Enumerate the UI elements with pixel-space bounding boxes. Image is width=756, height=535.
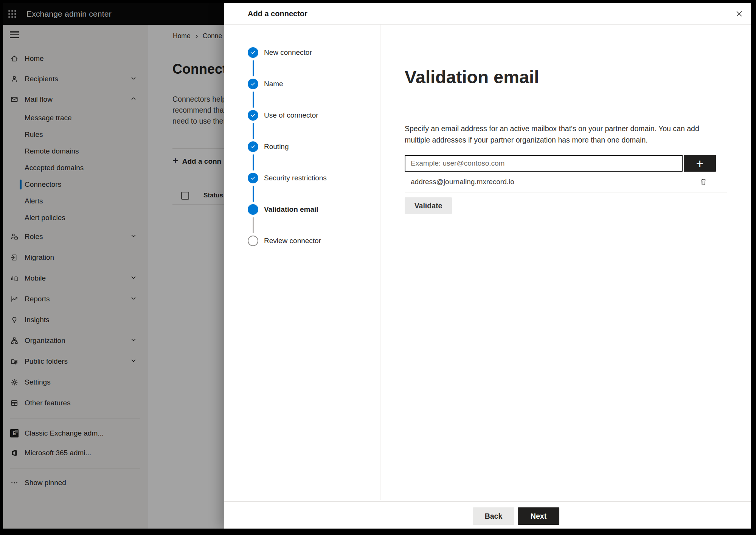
check-icon	[250, 112, 256, 118]
check-icon	[250, 144, 256, 150]
close-icon	[736, 11, 742, 17]
step-completed-icon	[248, 173, 258, 183]
step-use-of-connector[interactable]: Use of connector	[224, 110, 380, 121]
step-connector-line	[253, 123, 254, 139]
step-review-connector: Review connector	[224, 236, 380, 246]
step-connector-line	[253, 91, 254, 108]
dialog-footer-divider	[224, 501, 751, 502]
check-icon	[250, 175, 256, 181]
step-completed-icon	[248, 141, 258, 152]
step-pending-icon	[248, 236, 258, 246]
exchange-admin-app: Exchange admin center Home Recipients	[3, 3, 751, 529]
dialog-header-divider	[224, 24, 751, 25]
step-completed-icon	[248, 79, 258, 89]
email-address-value: address@journaling.mxrecord.io	[411, 178, 514, 186]
validation-email-input[interactable]	[405, 155, 683, 172]
close-button[interactable]	[733, 8, 745, 19]
step-description: Specify an email address for an active m…	[405, 123, 700, 146]
step-name[interactable]: Name	[224, 79, 380, 89]
validate-button[interactable]: Validate	[405, 197, 452, 214]
delete-address-button[interactable]	[698, 176, 709, 188]
step-active-icon	[248, 204, 258, 215]
step-connector-line	[253, 186, 254, 202]
step-routing[interactable]: Routing	[224, 141, 380, 152]
trash-icon	[699, 178, 708, 186]
add-email-button[interactable]: +	[684, 155, 716, 172]
add-connector-dialog: Add a connector New connector Name	[224, 3, 751, 529]
step-completed-icon	[248, 47, 258, 58]
email-address-row: address@journaling.mxrecord.io	[405, 172, 727, 192]
step-connector-line	[253, 217, 254, 233]
step-new-connector[interactable]: New connector	[224, 47, 380, 58]
plus-icon: +	[696, 156, 704, 171]
screenshot-canvas: Exchange admin center Home Recipients	[0, 0, 756, 535]
step-validation-email[interactable]: Validation email	[224, 204, 380, 215]
step-connector-line	[253, 154, 254, 171]
back-button[interactable]: Back	[473, 507, 514, 525]
step-connector-line	[253, 60, 254, 76]
dialog-title: Add a connector	[248, 3, 307, 24]
next-button[interactable]: Next	[518, 507, 559, 525]
step-heading: Validation email	[405, 66, 539, 88]
address-list-divider	[405, 192, 727, 192]
steps-content-divider	[380, 25, 380, 500]
check-icon	[250, 50, 256, 56]
check-icon	[250, 81, 256, 87]
step-security-restrictions[interactable]: Security restrictions	[224, 173, 380, 183]
step-completed-icon	[248, 110, 258, 121]
